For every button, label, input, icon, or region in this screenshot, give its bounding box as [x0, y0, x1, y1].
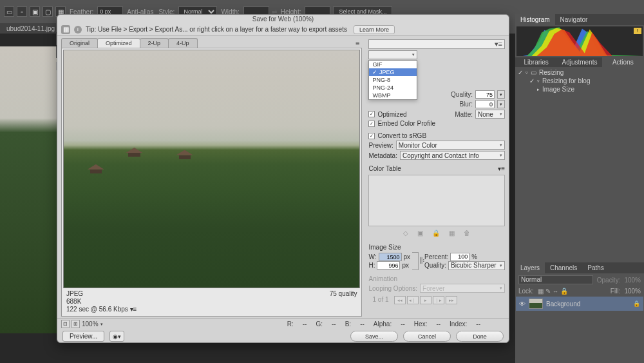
ct-icon-3[interactable]: 🔒 [432, 230, 440, 237]
optimized-label: Optimized [377, 111, 406, 118]
ct-menu-icon[interactable]: ▾≡ [498, 165, 505, 172]
tab-paths[interactable]: Paths [582, 262, 609, 273]
percent-unit: % [471, 253, 477, 260]
tool-sel-icon[interactable]: ▫ [17, 6, 27, 17]
tab-adjustments[interactable]: Adjustments [558, 57, 600, 67]
tab-2up[interactable]: 2-Up [140, 38, 169, 48]
tab-optimized[interactable]: Optimized [97, 38, 140, 48]
metadata-select[interactable]: Copyright and Contact Info [400, 151, 505, 160]
link-icon[interactable] [412, 252, 419, 270]
loop-select: Forever [420, 284, 505, 293]
done-button[interactable]: Done [456, 331, 504, 342]
tab-libraries[interactable]: Libraries [515, 57, 557, 67]
ct-icon-1[interactable]: ◇ [403, 230, 408, 237]
fmt-wbmp[interactable]: WBMP [369, 92, 417, 99]
ct-icon-2[interactable]: ▣ [417, 230, 423, 237]
matte-select[interactable]: None [475, 110, 505, 119]
right-panels: Histogram Navigator ! Libraries Adjustme… [515, 14, 644, 363]
zoom-level[interactable]: 100% [82, 320, 99, 328]
lock-icon[interactable]: 🔒 [633, 300, 640, 307]
histogram-warning-icon[interactable]: ! [634, 28, 641, 34]
fmt-png24[interactable]: PNG-24 [369, 84, 417, 92]
loop-label: Looping Options: [368, 285, 417, 292]
is-w-input[interactable] [379, 253, 402, 261]
dialog-bottom: ⊟ ⊞ 100% ▾ R:-- G:-- B:-- Alpha:-- Hex:-… [57, 318, 509, 342]
fmt-jpeg[interactable]: JPEG [369, 68, 417, 76]
tip-text: Tip: Use File > Export > Export As... or… [86, 26, 347, 33]
percent-input[interactable] [450, 253, 469, 261]
ct-icon-5[interactable]: 🗑 [464, 230, 470, 237]
info-index: Index: [450, 320, 467, 328]
speed-menu-icon[interactable]: ▾≡ [130, 306, 137, 313]
info-hex: Hex: [414, 320, 428, 328]
percent-label: Percent: [424, 253, 448, 260]
optimized-checkbox[interactable] [368, 111, 375, 117]
tool-add-icon[interactable]: ▣ [30, 6, 40, 17]
histogram: ! [516, 26, 643, 56]
tool-sub-icon[interactable]: ▢ [43, 6, 53, 17]
preview-menu-icon[interactable]: ≡ [355, 39, 359, 47]
resample-select[interactable]: Bicubic Sharper [448, 261, 505, 270]
format-select[interactable] [368, 50, 417, 59]
preset-select[interactable] [368, 39, 505, 49]
save-button[interactable]: Save... [350, 331, 398, 342]
opacity-label: Opacity: [597, 277, 621, 284]
cancel-button[interactable]: Cancel [403, 331, 451, 342]
next-frame-button: ｜▸ [433, 296, 444, 304]
zoom-out-button[interactable]: ⊟ [61, 320, 70, 328]
quality-spinner[interactable]: ▾ [497, 90, 505, 99]
fill-label: Fill: [611, 288, 621, 295]
action-set[interactable]: Resizing for blog [542, 77, 590, 84]
embed-label: Embed Color Profile [377, 120, 435, 127]
is-h-input[interactable] [377, 261, 400, 270]
opacity-value[interactable]: 100% [624, 277, 641, 284]
blur-input[interactable] [475, 100, 495, 108]
fmt-gif[interactable]: GIF [369, 61, 417, 68]
blur-spinner[interactable]: ▾ [497, 100, 505, 108]
layer-background[interactable]: 👁 Background 🔒 [516, 297, 643, 311]
animation-label: Animation [368, 275, 505, 282]
dialog-title: Save for Web (100%) [57, 15, 509, 24]
preset-menu-icon[interactable]: ▾≡ [495, 40, 502, 48]
app-icon: ▦ [61, 25, 70, 34]
lock-icons[interactable]: ▦ ✎ ↔ 🔒 [538, 288, 568, 295]
preview-image[interactable] [63, 50, 360, 288]
tab-actions[interactable]: Actions [602, 57, 644, 67]
learn-more-button[interactable]: Learn More [354, 25, 395, 34]
preview-select[interactable]: Monitor Color [396, 141, 505, 150]
fmt-png8[interactable]: PNG-8 [369, 76, 417, 84]
browser-icon[interactable]: ◉▾ [109, 331, 124, 342]
embed-checkbox[interactable] [368, 121, 375, 127]
quality-input[interactable] [475, 90, 495, 99]
is-h-unit: px [402, 262, 409, 269]
tab-4up[interactable]: 4-Up [168, 38, 198, 48]
tab-original[interactable]: Original [61, 38, 98, 48]
tool-icon[interactable]: ▭ [4, 6, 14, 17]
meta-format: JPEG [66, 290, 83, 297]
is-w-label: W: [368, 253, 376, 260]
actions-list: ✓▿▭Resizing ✓▿Resizing for blog ▸Image S… [515, 67, 644, 95]
frame-counter: 1 of 1 [372, 296, 388, 304]
tab-navigator[interactable]: Navigator [555, 14, 593, 25]
lock-label: Lock: [518, 288, 534, 295]
action-item[interactable]: Image Size [542, 86, 574, 93]
tab-histogram[interactable]: Histogram [515, 14, 555, 25]
ct-icon-4[interactable]: ▦ [449, 230, 455, 237]
zoom-in-button[interactable]: ⊞ [71, 320, 80, 328]
srgb-label: Convert to sRGB [377, 132, 426, 139]
quality-label: Quality: [451, 91, 473, 98]
matte-label: Matte: [455, 111, 473, 118]
layer-thumbnail[interactable] [529, 299, 543, 309]
blend-mode-select[interactable]: Normal [518, 275, 593, 284]
tab-layers[interactable]: Layers [515, 262, 545, 273]
info-alpha: Alpha: [374, 320, 392, 328]
info-b: B: [345, 320, 351, 328]
settings-pane: ▾≡ GIF JPEG PNG-8 PNG-24 WBMP Quality: ▾… [363, 35, 509, 318]
info-icon: i [74, 26, 82, 34]
tab-channels[interactable]: Channels [545, 262, 582, 273]
srgb-checkbox[interactable] [368, 133, 375, 139]
fill-value[interactable]: 100% [624, 288, 641, 295]
visibility-icon[interactable]: 👁 [519, 300, 526, 308]
action-folder[interactable]: Resizing [539, 69, 564, 76]
preview-button[interactable]: Preview... [62, 331, 104, 342]
